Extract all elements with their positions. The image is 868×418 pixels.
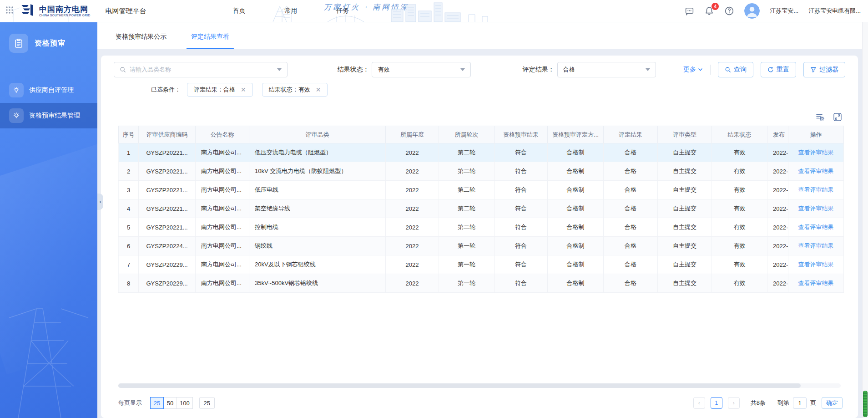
cell-round: 第二轮 bbox=[439, 162, 495, 181]
header-actions: 4 江苏宝安... 江苏宝安电缆有限... bbox=[685, 3, 868, 19]
fullscreen-icon[interactable] bbox=[833, 112, 843, 122]
reset-button[interactable]: 重置 bbox=[761, 62, 796, 77]
category-search-select[interactable]: 请输入品类名称 bbox=[114, 62, 288, 77]
next-page-button[interactable]: › bbox=[728, 397, 740, 409]
cell-year: 2022 bbox=[386, 199, 439, 218]
vscrollbar-thumb[interactable] bbox=[863, 391, 868, 417]
cell-review-type: 自主提交 bbox=[658, 274, 712, 293]
more-filters-link[interactable]: 更多 bbox=[683, 66, 703, 74]
cell-evaluation-result: 合格 bbox=[604, 218, 658, 237]
cell-action: 查看评审结果 bbox=[788, 162, 844, 181]
goto-page-input[interactable]: 1 bbox=[793, 397, 807, 409]
cell-index: 7 bbox=[119, 255, 139, 274]
message-icon[interactable] bbox=[685, 6, 694, 16]
table-row[interactable]: 5GYSZP20221...南方电网公司...控制电缆2022第二轮符合合格制合… bbox=[119, 218, 844, 237]
cell-notice-name: 南方电网公司... bbox=[196, 218, 249, 237]
notification-bell-icon[interactable]: 4 bbox=[704, 6, 714, 16]
cell-year: 2022 bbox=[386, 143, 439, 162]
sidebar-collapse-handle[interactable]: ‹ bbox=[97, 194, 103, 210]
table-header-row: 序号评审供应商编码公告名称评审品类所属年度所属轮次资格预审结果资格预审评定方..… bbox=[119, 126, 844, 143]
clipboard-icon bbox=[9, 34, 28, 53]
cell-supplier-code: GYSZP20221... bbox=[139, 181, 196, 199]
cell-round: 第二轮 bbox=[439, 181, 495, 199]
table-empty-space bbox=[114, 293, 845, 383]
app-launcher-icon[interactable] bbox=[5, 6, 14, 16]
result-select[interactable]: 合格 bbox=[557, 62, 656, 77]
filter-button[interactable]: 过滤器 bbox=[803, 62, 845, 77]
cell-supplier-code: GYSZP20221... bbox=[139, 162, 196, 181]
view-review-result-link[interactable]: 查看评审结果 bbox=[798, 205, 834, 212]
view-review-result-link[interactable]: 查看评审结果 bbox=[798, 242, 834, 249]
cell-prequal-method: 合格制 bbox=[548, 255, 604, 274]
cell-result-status: 有效 bbox=[712, 181, 767, 199]
chip-close-icon[interactable]: ✕ bbox=[316, 86, 321, 93]
nav-common[interactable]: 常用 bbox=[285, 7, 298, 15]
cell-evaluation-result: 合格 bbox=[604, 199, 658, 218]
csg-logo-icon bbox=[20, 3, 35, 19]
nav-home[interactable]: 首页 bbox=[233, 7, 246, 15]
prev-page-button[interactable]: ‹ bbox=[693, 397, 705, 409]
table-row[interactable]: 4GYSZP20221...南方电网公司...架空绝缘导线2022第二轮符合合格… bbox=[119, 199, 844, 218]
tab-evaluation-result-view[interactable]: 评定结果查看 bbox=[189, 33, 231, 49]
page-size-50[interactable]: 50 bbox=[163, 397, 177, 409]
view-review-result-link[interactable]: 查看评审结果 bbox=[798, 224, 834, 230]
company-name[interactable]: 江苏宝安电缆有限... bbox=[808, 7, 861, 15]
cell-notice-name: 南方电网公司... bbox=[196, 143, 249, 162]
user-avatar[interactable] bbox=[744, 3, 760, 19]
chip-close-icon[interactable]: ✕ bbox=[241, 86, 246, 93]
current-page-size[interactable]: 25 bbox=[199, 397, 215, 409]
query-button[interactable]: 查询 bbox=[718, 62, 753, 77]
chevron-down-icon bbox=[646, 68, 650, 71]
tab-prequal-result-publicity[interactable]: 资格预审结果公示 bbox=[114, 33, 168, 49]
cell-evaluation-result: 合格 bbox=[604, 274, 658, 293]
cell-index: 1 bbox=[119, 143, 139, 162]
chevron-down-icon bbox=[698, 68, 703, 71]
column-settings-icon[interactable] bbox=[815, 112, 825, 122]
sidebar-item-prequal-results[interactable]: 资格预审结果管理 bbox=[0, 103, 97, 128]
horizontal-scrollbar bbox=[118, 383, 841, 388]
table-row[interactable]: 7GYSZP20229...南方电网公司...20kV及以下钢芯铝绞线2022第… bbox=[119, 255, 844, 274]
cell-prequal-method: 合格制 bbox=[548, 218, 604, 237]
page-size-25[interactable]: 25 bbox=[150, 397, 164, 409]
cell-supplier-code: GYSZP20229... bbox=[139, 274, 196, 293]
cell-review-type: 自主提交 bbox=[658, 181, 712, 199]
table-row[interactable]: 2GYSZP20221...南方电网公司...10kV 交流电力电缆（防蚁阻燃型… bbox=[119, 162, 844, 181]
page-number-1[interactable]: 1 bbox=[711, 397, 722, 409]
user-name[interactable]: 江苏宝安... bbox=[770, 7, 798, 15]
view-review-result-link[interactable]: 查看评审结果 bbox=[798, 186, 834, 193]
per-page-label: 每页显示 bbox=[118, 399, 142, 407]
cell-prequal-result: 符合 bbox=[495, 199, 548, 218]
cell-review-type: 自主提交 bbox=[658, 218, 712, 237]
table-row[interactable]: 6GYSZP20224...南方电网公司...钢绞线2022第一轮符合合格制合格… bbox=[119, 237, 844, 255]
col-supplier-code: 评审供应商编码 bbox=[139, 126, 196, 143]
chevron-down-icon bbox=[460, 68, 465, 71]
selected-conditions-row: 已选条件： 评定结果：合格 ✕ 结果状态：有效 ✕ bbox=[151, 83, 845, 97]
view-review-result-link[interactable]: 查看评审结果 bbox=[798, 261, 834, 268]
status-select[interactable]: 有效 bbox=[372, 62, 470, 77]
cell-prequal-method: 合格制 bbox=[548, 143, 604, 162]
pagination-controls: ‹ 1 › 共8条 到第 1 页 确定 bbox=[693, 397, 843, 409]
cell-evaluation-result: 合格 bbox=[604, 162, 658, 181]
brand-slogan: 万家灯火 · 南网情深 bbox=[324, 3, 409, 12]
hscrollbar-thumb[interactable] bbox=[118, 383, 801, 388]
cell-result-status: 有效 bbox=[712, 143, 767, 162]
confirm-button[interactable]: 确定 bbox=[822, 397, 843, 409]
view-review-result-link[interactable]: 查看评审结果 bbox=[798, 168, 834, 174]
cell-publish-date: 2022- bbox=[767, 255, 788, 274]
table-row[interactable]: 3GYSZP20221...南方电网公司...低压电线2022第二轮符合合格制合… bbox=[119, 181, 844, 199]
cell-index: 8 bbox=[119, 274, 139, 293]
sidebar-item-supplier-self-eval[interactable]: 供应商自评管理 bbox=[0, 77, 97, 103]
help-icon[interactable] bbox=[724, 6, 734, 16]
notification-badge: 4 bbox=[712, 3, 719, 10]
app-window: 中国南方电网 CHINA SOUTHERN POWER GRID 电网管理平台 … bbox=[0, 0, 868, 418]
selected-conditions-label: 已选条件： bbox=[151, 86, 181, 94]
tab-bar: 资格预审结果公示 评定结果查看 bbox=[97, 22, 868, 49]
cell-publish-date: 2022- bbox=[767, 199, 788, 218]
cell-notice-name: 南方电网公司... bbox=[196, 255, 249, 274]
table-row[interactable]: 1GYSZP20221...南方电网公司...低压交流电力电缆（阻燃型）2022… bbox=[119, 143, 844, 162]
cell-review-type: 自主提交 bbox=[658, 162, 712, 181]
table-row[interactable]: 8GYSZP20229...南方电网公司...35kV~500kV钢芯铝绞线20… bbox=[119, 274, 844, 293]
view-review-result-link[interactable]: 查看评审结果 bbox=[798, 149, 834, 156]
view-review-result-link[interactable]: 查看评审结果 bbox=[798, 280, 834, 286]
page-size-100[interactable]: 100 bbox=[177, 397, 193, 409]
